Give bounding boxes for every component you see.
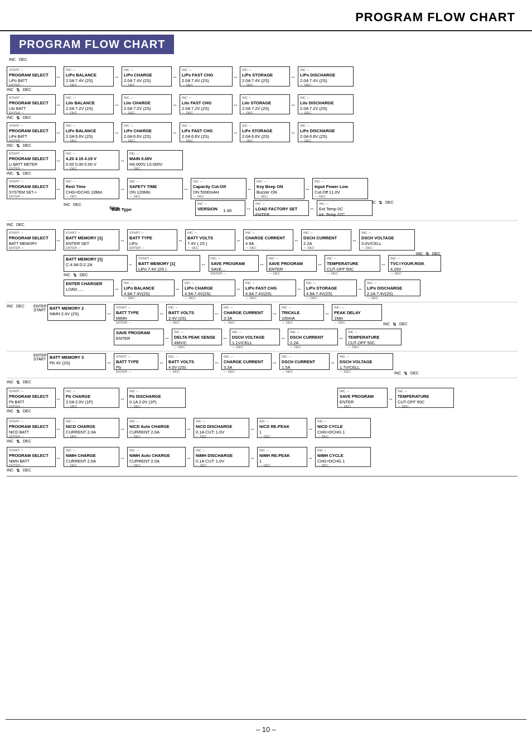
batt-type-nimh: START ↔ BATT TYPE MiMH ENTER ↔	[114, 304, 158, 321]
life-storage: INC ↔ LiFe STORAGE 2.0A 6.6V (2S) ↔ DEC	[240, 122, 290, 142]
incdec-r5-right: INC⇅DEC	[369, 200, 394, 205]
nicd-discharge: INC ↔ NiCD DISCHARGE 0.1A CUT: 1.0V ↔ DE…	[194, 418, 249, 438]
page-header: PROGRAM FLOW CHART	[0, 0, 532, 29]
page-title: PROGRAM FLOW CHART	[355, 10, 515, 24]
incdec-stop-left: INCDEC	[64, 203, 81, 206]
charge-current-pb: INC ↔ CHARGE CURRENT 3.3A ↔ DEC	[221, 353, 272, 370]
arr-r1-2: ↔	[172, 74, 177, 80]
prog-select-lipo: START ↔ PROGRAM SELECT LiPo BATT ENTER ↔	[7, 66, 56, 86]
version-value: 1.00	[223, 208, 232, 213]
prog-select-batt-mem: START ↔ PROGRAM SELECT BATT MEMORY ENTER…	[7, 229, 56, 251]
incdec-pb-bottom: INC⇅DEC	[7, 409, 31, 414]
pb-charge: INC ↔ Pb CHARGE 2.0A 2.0V (1P) ↔ DEC	[64, 388, 119, 408]
incdec-r3: INC⇅DEC	[7, 143, 31, 148]
nimh-cycle: INC ↔ NiMH CYCLE CHG>DCHG 1 ↔ DEC	[315, 447, 371, 467]
nicd-cycle: INC ↔ NiCD CYCLE CHG>DCHG 1 ↔ DEC	[315, 418, 371, 438]
batt-volts-1: INC ↔ BATT VOLTS 7.4V ( 2S ) ↔ DEC	[185, 229, 235, 251]
batt-mem1-enter: START ↔ BATT MEMORY [1] ENTER SET ENTER …	[64, 229, 119, 251]
lipo-charge: INC ↔ LiPo CHARGE 2.0A 7.4V (2S) ↔ DEC	[122, 66, 172, 86]
prog-select-nimh: START ↔ PROGRAM SELECT NiMH BATT ENTER ↔	[7, 447, 56, 467]
lilo-storage: INC ↔ Lilo STORAGE 2.0A 7.2V (2S) ↔ DEC	[240, 94, 290, 114]
prog-select-pb: START ↔ PROGRAM SELECT Pb BATT ENTER ↔	[7, 388, 56, 408]
lipo-charge-49: INC ↔ LiPo CHARGE 4.9A 7.4V(2S) ↔ DEC	[182, 280, 235, 296]
arr-r1-1: ↔	[114, 74, 119, 80]
dsch-current-pb: INC ↔ DSCH CURRENT 1.5A ↔ DEC	[279, 353, 330, 370]
incdec-bm-left: INCDEC	[7, 223, 25, 227]
temperature-1: INC ↔ TEMPERATURE CUT-OFF 50C ↔ DEC	[325, 255, 380, 272]
delta-peak-nimh: INC ↔ DELTA PEAK SENSE 4MV/C ↔ DEC	[172, 329, 222, 345]
lilo-discharge: INC ↔ Lilo DISCHARGE 2.0A 7.2V (2S) ↔ DE…	[298, 94, 354, 114]
life-discharge: INC ↔ LiFe DISCHARGE 2.0A 6.6V (2S) ↔ DE…	[298, 122, 354, 142]
batt-mem3-display: BATT MEMORY 3 Pb 4V (2S)	[47, 353, 106, 370]
nicd-auto-charge: INC ↔ NiCD Auto CHARGE CURRENT 2.0A ↔ DE…	[127, 418, 186, 438]
incdec-bm2-left: INCDEC	[7, 304, 25, 308]
page-footer: – 10 –	[6, 725, 526, 734]
incdec-bm1-sub: INC⇅DEC	[64, 273, 88, 278]
nicd-re-peak: INC ↔ NiCD RE-PEAK 1 ↔ DEC	[257, 418, 307, 438]
batt-mem2-display: BATT MEMORY 2 NiMH 2.4V (2S)	[47, 304, 106, 321]
incdec-nimh-bottom: INC⇅DEC	[7, 468, 31, 473]
lipo-balance: INC ↔ LiPo BALANCE 2.0A 7.4V (2S) ↔ DEC	[64, 66, 114, 86]
save-program-enter-1: INC ↔ SAVE PROGRAM ENTER ↔ DEC	[267, 255, 317, 272]
lilo-charge: INC ↔ Lilo CHARGE 2.0A 7.2V (2S) ↔ DEC	[122, 94, 172, 114]
prog-select-lilo: START ↔ PROGRAM SELECT Lilo BATT ENTER ↔	[7, 94, 56, 114]
peak-delay-nimh: INC ↔ PEAK DELAY 1Min ↔ DEC	[332, 304, 382, 321]
prog-select-system: START ↔ PROGRAM SELECT SYSTEM SET-> ENTE…	[7, 178, 56, 199]
lilo-balance: INC ↔ Lilo BALANCE 2.0A 7.2V (2S) ↔ DEC	[64, 94, 114, 114]
chart-wrapper: INC DEC START ↔ PROGRAM SELECT LiPo BATT…	[6, 56, 519, 715]
batt-type-label: Batt Type	[112, 207, 132, 212]
safety-time: INC ↔ SAFETY TIME ON 120Min ↔ DEC	[127, 178, 183, 199]
lipo-storage: INC ↔ LiPo STORAGE 2.0A 7.4V (2S) ↔ DEC	[240, 66, 290, 86]
incdec-r1: INC⇅DEC	[7, 88, 31, 93]
dsch-voltage-1: INC ↔ DSCH VOLTAGE 3.0V/CELL ↔ DEC	[359, 229, 415, 251]
life-balance: INC ↔ LiFe BALANCE 2.0A 6.6V (2S) ↔ DEC	[64, 122, 114, 142]
incdec-r2: INC⇅DEC	[7, 115, 31, 121]
rest-time: INC ↔ Rest Time CHG>DCHG 10Min ↔ DEC	[64, 178, 119, 199]
batt-type-1: START ↔ BATT TYPE LiPo ENTER ↔	[127, 229, 177, 251]
chart-title-box: PROGRAM FLOW CHART	[10, 35, 174, 54]
ext-temp: INC ↔ Ext.Temp 0C Int. Temp 37C	[317, 200, 373, 216]
incdec-top-row: INC DEC	[9, 57, 27, 61]
batt-type-pb: START ↔ BATT TYPE Pb ENTER ↔	[114, 353, 158, 370]
page-number: – 10 –	[256, 725, 276, 734]
arr-r1-3: ↔	[233, 74, 238, 80]
dsch-voltage-nimh: INC ↔ DSCH VOLTAGE 1.1V/CELL ↔ DEC	[230, 329, 280, 345]
lipo-fast-chg: INC ↔ LiPo FAST CHG 2.0A 7.4V (2S) ↔ DEC	[180, 66, 233, 86]
dsch-voltage-pb: INC ↔ DSCH VOLTAGE 1.7V/CELL ↔ DEC	[337, 353, 393, 370]
dsch-current-1: INC ↔ DSCH CURRENT 2.2A ↔ DEC	[301, 229, 351, 251]
input-power-low: INC ↔ Input Power Low Cut-Off 11.0V ↔ DE…	[312, 178, 368, 199]
tvc-risk: INC ↔ TVC=YOUR.RISK 4.20V ↔ DEC	[388, 255, 441, 272]
arr-r1-4: ↔	[291, 74, 296, 80]
temperature-nimh: INC ↔ TEMPERATURE CUT-OFF 50C ↔ DEC	[346, 329, 402, 345]
nimh-discharge: INC ↔ NiMH DISCHARGE 0.1A CUT: 1.0V ↔ DE…	[194, 447, 249, 467]
lilo-fast-chg: INC ↔ Lilo FAST CHG 2.0A 7.2V (2S) ↔ DEC	[180, 94, 233, 114]
page-container: PROGRAM FLOW CHART PROGRAM FLOW CHART IN…	[0, 0, 532, 739]
enter-charger-load: ENTER CHARGER LOAD......	[64, 280, 114, 296]
life-fast-chg: INC ↔ LiFe FAST CHG 2.0A 6.6V (2S) ↔ DEC	[180, 122, 233, 142]
bm3-enter-start: ENTERSTART	[33, 353, 47, 361]
save-program-1: INC ↔ SAVE PROGRAM SAVE.... ENTER ↔	[209, 255, 259, 272]
life-charge: INC ↔ LiFe CHARGE 2.0A 6.6V (2S) ↔ DEC	[122, 122, 172, 142]
bm2-enter-start: ENTERSTART	[33, 304, 47, 312]
trickle-nimh: INC ↔ TRICKLE 100mA ↔ DEC	[279, 304, 324, 321]
batt-volts-nimh: INC ↔ BATT VOLTS 2.4V (2S) ↔ DEC	[166, 304, 214, 321]
li-meter-volts: INC ↔ 4.20 4.19 4.19 V 0.00 0.00 0.00 V …	[64, 150, 119, 170]
lipo-discharge-49: INC ↔ LiPo DISCHARGE 2.2A 7.4V(2S) ↔ DEC	[365, 280, 420, 296]
prog-select-nicd: START ↔ PROGRAM SELECT NiCD BATT ENTER ↔	[7, 418, 56, 438]
flow-chart-area: INC DEC START ↔ PROGRAM SELECT LiPo BATT…	[0, 54, 532, 739]
arr-r1-0: ↔	[56, 74, 61, 80]
dsch-current-nimh: INC ↔ DSCH CURRENT 2.2A ↔ DEC	[288, 329, 338, 345]
incdec-bm3-right: INC⇅DEC	[394, 371, 419, 376]
capacity-cutoff: INC ↔ Capacity Cut-Off ON 5000mAH ↔ DEC	[191, 178, 246, 199]
nicd-charge: INC ↔ NiCD CHARGE CURRENT 2.0A ↔ DEC	[64, 418, 119, 438]
batt-mem1-lipo: START ↔ BATT MEMORY [1] LiPo 7.4V (2S )	[136, 255, 200, 272]
nimh-charge: INC ↔ NiMH CHARGE CURRENT 2.0A ↔ DEC	[64, 447, 119, 467]
pb-discharge: INC ↔ Pb DISCHARGE 0.1A 2.0V (1P) ↔ DEC	[127, 388, 186, 408]
lipo-fast-chg-49: INC ↔ LiPo FAST CHG 4.9A 7.4V(2S) ↔ DEC	[243, 280, 296, 296]
nimh-auto-charge: INC ↔ NiMH Auto CHARGE CURRENT 2.0A ↔ DE…	[127, 447, 186, 467]
lipo-storage-49: INC ↔ LiPo STORAGE 4.9A 7.4V(2S) ↔ DEC	[304, 280, 357, 296]
incdec-bm2-right: INC⇅DEC	[383, 322, 408, 327]
nimh-re-peak: INC ↔ NiMH RE-PEAK 1 ↔ DEC	[257, 447, 307, 467]
prog-select-life: START ↔ PROGRAM SELECT LiFe BATT ENTER ↔	[7, 122, 56, 142]
save-program-pb: INC ↔ SAVE PROGRAM ENTER ↔ DEC	[337, 388, 388, 408]
